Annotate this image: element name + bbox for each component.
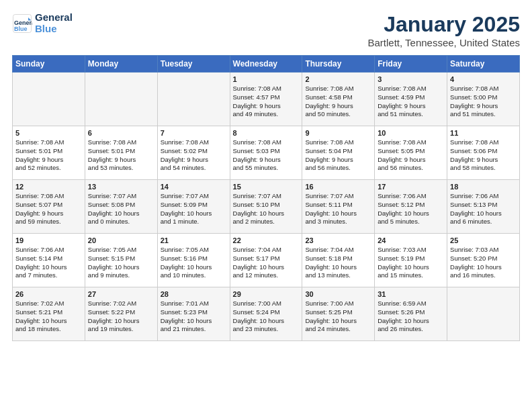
day-number: 12: [15, 183, 82, 191]
day-info: Sunrise: 7:03 AM Sunset: 5:20 PM Dayligh…: [450, 246, 517, 280]
day-info: Sunrise: 7:07 AM Sunset: 5:09 PM Dayligh…: [161, 192, 227, 226]
weekday-header-row: SundayMondayTuesdayWednesdayThursdayFrid…: [13, 56, 520, 73]
day-info: Sunrise: 7:01 AM Sunset: 5:23 PM Dayligh…: [161, 300, 227, 334]
calendar-cell: 20Sunrise: 7:05 AM Sunset: 5:15 PM Dayli…: [85, 234, 157, 287]
day-info: Sunrise: 7:06 AM Sunset: 5:12 PM Dayligh…: [378, 192, 444, 226]
day-info: Sunrise: 7:08 AM Sunset: 5:00 PM Dayligh…: [450, 85, 517, 119]
day-info: Sunrise: 7:08 AM Sunset: 5:01 PM Dayligh…: [88, 138, 154, 173]
day-info: Sunrise: 7:08 AM Sunset: 5:01 PM Dayligh…: [15, 138, 82, 173]
logo: General Blue General Blue: [12, 12, 73, 34]
day-number: 1: [233, 75, 300, 83]
weekday-header: Monday: [85, 56, 157, 73]
calendar-cell: 14Sunrise: 7:07 AM Sunset: 5:09 PM Dayli…: [157, 180, 230, 234]
day-number: 9: [305, 129, 371, 137]
calendar-week-row: 26Sunrise: 7:02 AM Sunset: 5:21 PM Dayli…: [13, 287, 520, 341]
day-info: Sunrise: 7:00 AM Sunset: 5:25 PM Dayligh…: [305, 300, 371, 334]
day-info: Sunrise: 7:02 AM Sunset: 5:22 PM Dayligh…: [88, 300, 154, 334]
day-number: 17: [378, 183, 444, 191]
day-info: Sunrise: 7:04 AM Sunset: 5:17 PM Dayligh…: [233, 246, 300, 280]
day-number: 18: [450, 183, 517, 191]
calendar-week-row: 5Sunrise: 7:08 AM Sunset: 5:01 PM Daylig…: [13, 126, 520, 180]
logo-text: General Blue: [35, 12, 73, 34]
day-number: 29: [233, 290, 300, 298]
day-info: Sunrise: 7:08 AM Sunset: 5:03 PM Dayligh…: [233, 138, 300, 173]
calendar-table: SundayMondayTuesdayWednesdayThursdayFrid…: [12, 55, 520, 341]
calendar-cell: 2Sunrise: 7:08 AM Sunset: 4:58 PM Daylig…: [302, 73, 375, 126]
day-number: 16: [305, 183, 371, 191]
day-number: 10: [378, 129, 444, 137]
day-info: Sunrise: 7:03 AM Sunset: 5:19 PM Dayligh…: [378, 246, 444, 280]
calendar-cell: 18Sunrise: 7:06 AM Sunset: 5:13 PM Dayli…: [447, 180, 520, 234]
day-info: Sunrise: 7:08 AM Sunset: 4:59 PM Dayligh…: [378, 85, 444, 119]
day-number: 19: [15, 236, 82, 244]
calendar-cell: 28Sunrise: 7:01 AM Sunset: 5:23 PM Dayli…: [157, 287, 230, 341]
calendar-week-row: 12Sunrise: 7:08 AM Sunset: 5:07 PM Dayli…: [13, 180, 520, 234]
day-number: 28: [161, 290, 227, 298]
calendar-cell: 29Sunrise: 7:00 AM Sunset: 5:24 PM Dayli…: [230, 287, 302, 341]
day-number: 31: [378, 290, 444, 298]
calendar-cell: 13Sunrise: 7:07 AM Sunset: 5:08 PM Dayli…: [85, 180, 157, 234]
calendar-cell: 21Sunrise: 7:05 AM Sunset: 5:16 PM Dayli…: [157, 234, 230, 287]
calendar-cell: 3Sunrise: 7:08 AM Sunset: 4:59 PM Daylig…: [375, 73, 447, 126]
day-number: 15: [233, 183, 300, 191]
day-info: Sunrise: 7:08 AM Sunset: 5:05 PM Dayligh…: [378, 138, 444, 173]
day-info: Sunrise: 7:02 AM Sunset: 5:21 PM Dayligh…: [15, 300, 82, 334]
calendar-cell: 16Sunrise: 7:07 AM Sunset: 5:11 PM Dayli…: [302, 180, 375, 234]
day-number: 26: [15, 290, 82, 298]
weekday-header: Sunday: [13, 56, 85, 73]
calendar-cell: 19Sunrise: 7:06 AM Sunset: 5:14 PM Dayli…: [13, 234, 85, 287]
calendar-cell: 25Sunrise: 7:03 AM Sunset: 5:20 PM Dayli…: [447, 234, 520, 287]
weekday-header: Tuesday: [157, 56, 230, 73]
calendar-cell: 8Sunrise: 7:08 AM Sunset: 5:03 PM Daylig…: [230, 126, 302, 180]
calendar-cell: 24Sunrise: 7:03 AM Sunset: 5:19 PM Dayli…: [375, 234, 447, 287]
calendar-cell: 5Sunrise: 7:08 AM Sunset: 5:01 PM Daylig…: [13, 126, 85, 180]
day-info: Sunrise: 7:08 AM Sunset: 5:07 PM Dayligh…: [15, 192, 82, 226]
day-info: Sunrise: 6:59 AM Sunset: 5:26 PM Dayligh…: [378, 300, 444, 334]
day-number: 25: [450, 236, 517, 244]
logo-icon: General Blue: [12, 13, 32, 34]
header: General Blue General Blue January 2025 B…: [12, 12, 520, 48]
day-info: Sunrise: 7:08 AM Sunset: 5:06 PM Dayligh…: [450, 138, 517, 173]
weekday-header: Saturday: [447, 56, 520, 73]
day-info: Sunrise: 7:07 AM Sunset: 5:11 PM Dayligh…: [305, 192, 371, 226]
calendar-cell: [85, 73, 157, 126]
day-number: 24: [378, 236, 444, 244]
day-number: 11: [450, 129, 517, 137]
day-info: Sunrise: 7:04 AM Sunset: 5:18 PM Dayligh…: [305, 246, 371, 280]
day-info: Sunrise: 7:06 AM Sunset: 5:14 PM Dayligh…: [15, 246, 82, 280]
day-info: Sunrise: 7:07 AM Sunset: 5:10 PM Dayligh…: [233, 192, 300, 226]
weekday-header: Friday: [375, 56, 447, 73]
day-info: Sunrise: 7:06 AM Sunset: 5:13 PM Dayligh…: [450, 192, 517, 226]
day-number: 13: [88, 183, 154, 191]
day-info: Sunrise: 7:08 AM Sunset: 5:02 PM Dayligh…: [161, 138, 227, 173]
calendar-week-row: 19Sunrise: 7:06 AM Sunset: 5:14 PM Dayli…: [13, 234, 520, 287]
day-number: 8: [233, 129, 300, 137]
day-number: 27: [88, 290, 154, 298]
calendar-cell: 31Sunrise: 6:59 AM Sunset: 5:26 PM Dayli…: [375, 287, 447, 341]
calendar-subtitle: Bartlett, Tennessee, United States: [367, 37, 520, 48]
day-number: 14: [161, 183, 227, 191]
calendar-cell: 30Sunrise: 7:00 AM Sunset: 5:25 PM Dayli…: [302, 287, 375, 341]
calendar-week-row: 1Sunrise: 7:08 AM Sunset: 4:57 PM Daylig…: [13, 73, 520, 126]
weekday-header: Thursday: [302, 56, 375, 73]
day-info: Sunrise: 7:08 AM Sunset: 5:04 PM Dayligh…: [305, 138, 371, 173]
day-number: 30: [305, 290, 371, 298]
day-info: Sunrise: 7:08 AM Sunset: 4:58 PM Dayligh…: [305, 85, 371, 119]
calendar-cell: 17Sunrise: 7:06 AM Sunset: 5:12 PM Dayli…: [375, 180, 447, 234]
day-info: Sunrise: 7:07 AM Sunset: 5:08 PM Dayligh…: [88, 192, 154, 226]
calendar-cell: 1Sunrise: 7:08 AM Sunset: 4:57 PM Daylig…: [230, 73, 302, 126]
day-info: Sunrise: 7:08 AM Sunset: 4:57 PM Dayligh…: [233, 85, 300, 119]
calendar-cell: 10Sunrise: 7:08 AM Sunset: 5:05 PM Dayli…: [375, 126, 447, 180]
day-number: 20: [88, 236, 154, 244]
title-block: January 2025 Bartlett, Tennessee, United…: [367, 12, 520, 48]
calendar-cell: 27Sunrise: 7:02 AM Sunset: 5:22 PM Dayli…: [85, 287, 157, 341]
calendar-cell: 6Sunrise: 7:08 AM Sunset: 5:01 PM Daylig…: [85, 126, 157, 180]
calendar-cell: 7Sunrise: 7:08 AM Sunset: 5:02 PM Daylig…: [157, 126, 230, 180]
day-number: 23: [305, 236, 371, 244]
day-number: 4: [450, 75, 517, 83]
weekday-header: Wednesday: [230, 56, 302, 73]
day-number: 3: [378, 75, 444, 83]
calendar-cell: [447, 287, 520, 341]
day-info: Sunrise: 7:05 AM Sunset: 5:15 PM Dayligh…: [88, 246, 154, 280]
calendar-page: General Blue General Blue January 2025 B…: [0, 0, 532, 348]
